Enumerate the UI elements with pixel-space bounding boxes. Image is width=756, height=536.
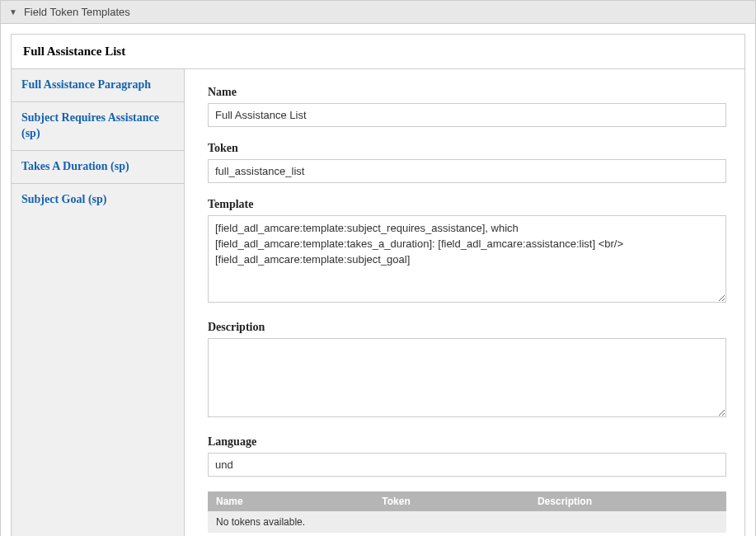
token-table-empty-row: No tokens available.: [208, 511, 726, 533]
name-input[interactable]: [208, 103, 726, 127]
description-textarea[interactable]: [208, 338, 726, 417]
tab-subject-requires-assistance[interactable]: Subject Requires Assistance (sp): [12, 102, 184, 151]
token-table-header-description: Description: [529, 491, 726, 511]
inner-panel: Full Assistance List Full Assistance Par…: [11, 34, 745, 536]
form-content: Name Token Template Description Language: [185, 69, 744, 536]
language-label: Language: [208, 435, 726, 449]
tab-subject-goal[interactable]: Subject Goal (sp): [12, 184, 184, 216]
token-table: Name Token Description No tokens availab…: [208, 491, 726, 533]
token-label: Token: [208, 142, 726, 155]
token-table-header-row: Name Token Description: [208, 491, 726, 511]
fieldset-toggle[interactable]: ▼ Field Token Templates: [0, 0, 756, 24]
token-table-header-token: Token: [373, 491, 529, 511]
fieldset-body: Full Assistance List Full Assistance Par…: [0, 24, 756, 536]
token-table-header-name: Name: [208, 491, 373, 511]
token-table-empty-message: No tokens available.: [208, 511, 726, 533]
fieldset-title: Field Token Templates: [24, 6, 130, 18]
token-input[interactable]: [208, 159, 726, 183]
language-input[interactable]: [208, 453, 726, 477]
chevron-down-icon: ▼: [9, 7, 17, 16]
panel-title: Full Assistance List: [12, 35, 744, 69]
name-label: Name: [208, 86, 726, 99]
description-label: Description: [208, 321, 726, 334]
template-label: Template: [208, 198, 726, 211]
vertical-tabs: Full Assistance Paragraph Subject Requir…: [12, 69, 185, 536]
template-textarea[interactable]: [208, 215, 726, 303]
panel-body: Full Assistance Paragraph Subject Requir…: [12, 69, 744, 536]
tab-full-assistance-paragraph[interactable]: Full Assistance Paragraph: [12, 69, 184, 102]
tab-takes-a-duration[interactable]: Takes A Duration (sp): [12, 151, 184, 184]
